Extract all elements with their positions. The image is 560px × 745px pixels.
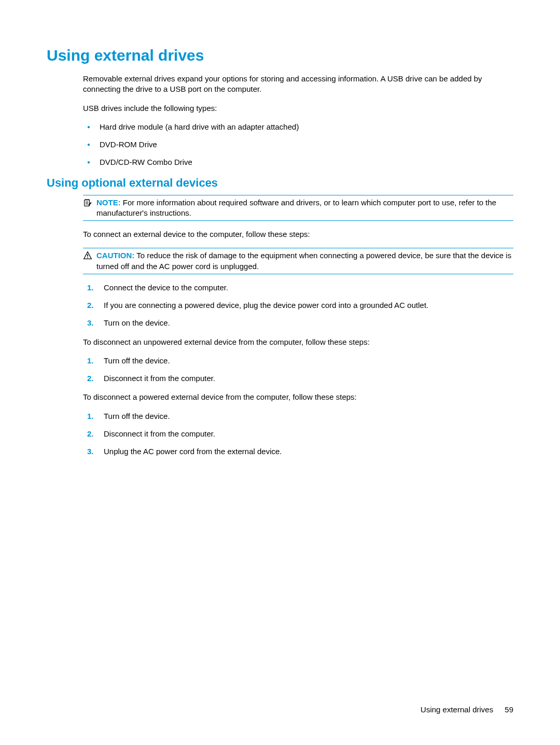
connect-intro: To connect an external device to the com…	[83, 229, 513, 240]
caution-text: To reduce the risk of damage to the equi…	[96, 251, 511, 270]
footer-page-number: 59	[505, 705, 513, 714]
list-item: Turn off the device.	[83, 356, 513, 366]
note-body: NOTE: For more information about require…	[96, 198, 513, 219]
connect-steps: Connect the device to the computer. If y…	[83, 283, 513, 329]
usb-intro: USB drives include the following types:	[83, 103, 513, 114]
note-callout: NOTE: For more information about require…	[83, 195, 513, 221]
svg-point-5	[87, 257, 88, 258]
list-item: Unplug the AC power cord from the extern…	[83, 446, 513, 457]
list-item: Hard drive module (a hard drive with an …	[83, 122, 513, 132]
list-item: Disconnect it from the computer.	[83, 429, 513, 439]
list-item: Turn on the device.	[83, 318, 513, 328]
note-text: For more information about required soft…	[96, 198, 496, 217]
footer-title: Using external drives	[421, 705, 493, 714]
disconnect-powered-steps: Turn off the device. Disconnect it from …	[83, 411, 513, 457]
list-item: If you are connecting a powered device, …	[83, 300, 513, 311]
intro-paragraph: Removable external drives expand your op…	[83, 74, 513, 95]
list-item: DVD-ROM Drive	[83, 139, 513, 150]
heading-1: Using external drives	[47, 47, 513, 64]
heading-2: Using optional external devices	[47, 176, 513, 190]
note-icon	[83, 198, 94, 209]
page-footer: Using external drives 59	[421, 705, 513, 714]
list-item: Disconnect it from the computer.	[83, 373, 513, 384]
list-item: DVD/CD-RW Combo Drive	[83, 157, 513, 167]
caution-body: CAUTION: To reduce the risk of damage to…	[96, 250, 513, 272]
disconnect-powered-intro: To disconnect a powered external device …	[83, 392, 513, 402]
caution-label: CAUTION:	[96, 251, 134, 260]
disconnect-unpowered-steps: Turn off the device. Disconnect it from …	[83, 356, 513, 384]
caution-icon	[83, 251, 94, 262]
usb-types-list: Hard drive module (a hard drive with an …	[83, 122, 513, 168]
caution-callout: CAUTION: To reduce the risk of damage to…	[83, 248, 513, 274]
list-item: Connect the device to the computer.	[83, 283, 513, 293]
disconnect-unpowered-intro: To disconnect an unpowered external devi…	[83, 337, 513, 347]
note-label: NOTE:	[96, 198, 121, 207]
list-item: Turn off the device.	[83, 411, 513, 421]
